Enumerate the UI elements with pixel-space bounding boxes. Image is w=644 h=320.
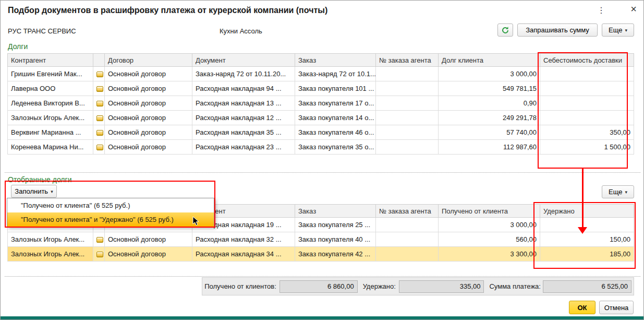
cell-received[interactable]: 560,00 xyxy=(439,232,540,247)
column-header-contract[interactable]: Договор xyxy=(105,54,192,67)
cell-counterparty[interactable]: Залозных Игорь Алек... xyxy=(8,247,93,262)
column-header-counterparty[interactable]: Контрагент xyxy=(8,54,93,67)
cell-agent-order[interactable] xyxy=(376,247,439,262)
cell-withheld[interactable] xyxy=(540,218,634,232)
cell-order[interactable]: Заказ покупателя 14 о... xyxy=(295,111,376,125)
cell-counterparty[interactable]: Лаверна ООО xyxy=(8,81,93,96)
request-sum-button[interactable]: Запрашивать сумму xyxy=(517,23,598,37)
column-header-agent-order[interactable]: № заказа агента xyxy=(376,54,439,67)
cancel-button[interactable]: Отмена xyxy=(599,301,634,314)
cell-client-debt[interactable]: 0,90 xyxy=(439,96,540,111)
cell-agent-order[interactable] xyxy=(376,125,439,140)
fill-button[interactable]: Заполнить ▾ xyxy=(11,185,57,198)
cell-counterparty[interactable]: Залозных Игорь Алек... xyxy=(8,232,93,247)
cell-order[interactable]: Заказ покупателя 46 о... xyxy=(295,125,376,140)
column-header-delivery-cost[interactable]: Себестоимость доставки xyxy=(540,54,634,67)
cell-document[interactable]: Расходная накладная 23 ... xyxy=(192,140,295,155)
cell-delivery-cost[interactable] xyxy=(540,67,634,81)
cell-document[interactable]: Заказ-наряд 72 от 10.11.20... xyxy=(192,67,295,81)
cell-contract[interactable]: Основной договор xyxy=(105,81,192,96)
cell-document[interactable]: Расходная накладная 12 ... xyxy=(192,111,295,125)
cell-contract[interactable]: Основной договор xyxy=(105,232,192,247)
cell-icon[interactable] xyxy=(93,125,105,140)
cell-counterparty[interactable]: Коренева Марина Ни... xyxy=(8,140,93,155)
table-row-selected[interactable]: Залозных Игорь Алек... Основной договор … xyxy=(8,247,634,262)
cell-agent-order[interactable] xyxy=(376,81,439,96)
cell-delivery-cost[interactable]: 350,00 xyxy=(540,125,634,140)
cell-withheld[interactable]: 150,00 xyxy=(540,232,634,247)
cell-document[interactable]: Расходная накладная 94 ... xyxy=(192,81,295,96)
cell-order[interactable]: Заказ покупателя 35 о... xyxy=(295,140,376,155)
table-row[interactable]: Залозных Игорь Алек... Основной договор … xyxy=(8,232,634,247)
table-row[interactable]: Залозных Игорь Алек... Основной договор … xyxy=(8,111,634,125)
column-header-withheld[interactable]: Удержано xyxy=(540,205,634,218)
cell-delivery-cost[interactable] xyxy=(540,96,634,111)
refresh-button[interactable] xyxy=(497,23,513,37)
column-header-icon[interactable] xyxy=(93,54,105,67)
cell-icon[interactable] xyxy=(93,67,105,81)
cell-counterparty[interactable]: Леденева Виктория В... xyxy=(8,96,93,111)
kebab-menu-icon[interactable]: ⋮ xyxy=(596,5,606,17)
cell-contract[interactable]: Основной договор xyxy=(105,111,192,125)
cell-icon[interactable] xyxy=(93,140,105,155)
cell-contract[interactable]: Основной договор xyxy=(105,96,192,111)
cell-agent-order[interactable] xyxy=(376,140,439,155)
cell-agent-order[interactable] xyxy=(376,111,439,125)
cell-client-debt[interactable]: 249 291,78 xyxy=(439,111,540,125)
cell-contract[interactable]: Основной договор xyxy=(105,247,192,262)
menu-item-received[interactable]: "Получено от клиента" (6 525 руб.) xyxy=(7,198,214,212)
menu-item-received-and-withheld[interactable]: "Получено от клиента" и "Удержано" (6 52… xyxy=(7,212,214,227)
cell-document[interactable]: Расходная накладная 35 ... xyxy=(192,125,295,140)
column-header-order[interactable]: Заказ xyxy=(295,54,376,67)
cell-delivery-cost[interactable]: 1 500,00 xyxy=(540,140,634,155)
table-row[interactable]: Гришин Евгений Мак... Основной договор З… xyxy=(8,67,634,81)
cell-agent-order[interactable] xyxy=(376,67,439,81)
cell-order[interactable]: Заказ покупателя 25 ... xyxy=(295,218,376,232)
cell-contract[interactable]: Основной договор xyxy=(105,125,192,140)
cell-icon[interactable] xyxy=(93,96,105,111)
cell-agent-order[interactable] xyxy=(376,218,439,232)
ok-button[interactable]: ОК xyxy=(569,301,596,314)
cell-order[interactable]: Заказ покупателя 42 ... xyxy=(295,247,376,262)
cell-client-debt[interactable]: 3 000,00 xyxy=(439,67,540,81)
cell-order[interactable]: Заказ покупателя 101 ... xyxy=(295,81,376,96)
cell-contract[interactable]: Основной договор xyxy=(105,67,192,81)
cell-agent-order[interactable] xyxy=(376,232,439,247)
table-row[interactable]: Верквинг Марианна ... Основной договор Р… xyxy=(8,125,634,140)
cell-received[interactable]: 3 000,00 xyxy=(439,218,540,232)
cell-agent-order[interactable] xyxy=(376,96,439,111)
cell-document[interactable]: Расходная накладная 32 ... xyxy=(192,232,295,247)
table-row[interactable]: Коренева Марина Ни... Основной договор Р… xyxy=(8,140,634,155)
cell-client-debt[interactable]: 549 781,15 xyxy=(439,81,540,96)
cell-contract[interactable]: Основной договор xyxy=(105,140,192,155)
cell-counterparty[interactable]: Гришин Евгений Мак... xyxy=(8,67,93,81)
cell-delivery-cost[interactable] xyxy=(540,111,634,125)
table-row[interactable]: Леденева Виктория В... Основной договор … xyxy=(8,96,634,111)
cell-icon[interactable] xyxy=(93,81,105,96)
bottom-bar xyxy=(1,316,643,320)
more-button-selected[interactable]: Еще ▾ xyxy=(602,185,634,198)
cell-icon[interactable] xyxy=(93,247,105,262)
cell-received[interactable]: 3 300,00 xyxy=(439,247,540,262)
cell-order[interactable]: Заказ покупателя 40 ... xyxy=(295,232,376,247)
column-header-document[interactable]: Документ xyxy=(192,54,295,67)
cell-withheld[interactable]: 185,00 xyxy=(540,247,634,262)
cell-counterparty[interactable]: Верквинг Марианна ... xyxy=(8,125,93,140)
cell-document[interactable]: Расходная накладная 34 ... xyxy=(192,247,295,262)
cell-client-debt[interactable]: 57 740,00 xyxy=(439,125,540,140)
cell-icon[interactable] xyxy=(93,111,105,125)
more-button-top[interactable]: Еще ▾ xyxy=(602,23,634,37)
column-header-client-debt[interactable]: Долг клиента xyxy=(439,54,540,67)
cell-client-debt[interactable]: 112 987,60 xyxy=(439,140,540,155)
column-header-received[interactable]: Получено от клиента xyxy=(439,205,540,218)
cell-counterparty[interactable]: Залозных Игорь Алек... xyxy=(8,111,93,125)
table-row[interactable]: Лаверна ООО Основной договор Расходная н… xyxy=(8,81,634,96)
cell-order[interactable]: Заказ покупателя 17 о... xyxy=(295,96,376,111)
column-header-order[interactable]: Заказ xyxy=(295,205,376,218)
cell-icon[interactable] xyxy=(93,232,105,247)
cell-delivery-cost[interactable] xyxy=(540,81,634,96)
cell-document[interactable]: Расходная накладная 13 ... xyxy=(192,96,295,111)
column-header-agent-order[interactable]: № заказа агента xyxy=(376,205,439,218)
cell-order[interactable]: Заказ-наряд 72 от 10.1... xyxy=(295,67,376,81)
close-icon[interactable]: × xyxy=(627,3,640,15)
